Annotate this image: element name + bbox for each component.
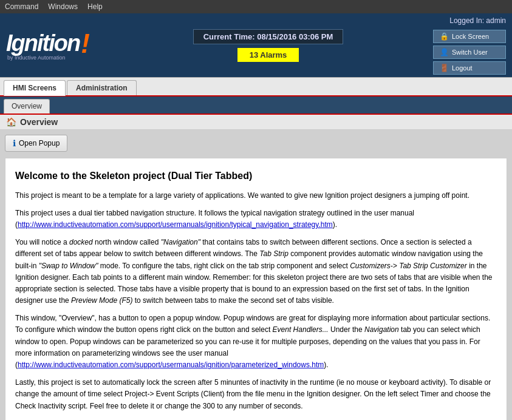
alarms-button[interactable]: 13 Alarms xyxy=(237,48,299,62)
switch-user-button[interactable]: 👤 Switch User xyxy=(433,46,506,59)
home-icon: 🏠 xyxy=(6,117,16,127)
content-panel: Welcome to the Skeleton project (Dual Ti… xyxy=(5,158,507,420)
logo-area: Ignition ! by Inductive Automation xyxy=(6,30,128,61)
logo-subtitle: by Inductive Automation xyxy=(6,55,66,61)
logout-icon: 🚪 xyxy=(440,64,449,72)
app-wrapper: Command Windows Help Ignition ! by Induc… xyxy=(0,0,512,420)
content-p2-link[interactable]: http://www.inductiveautomation.com/suppo… xyxy=(18,220,333,229)
content-p2-suffix: ). xyxy=(333,220,337,229)
main-content: ℹ Open Popup Welcome to the Skeleton pro… xyxy=(0,130,512,420)
secondary-tab-bar: Overview xyxy=(0,97,512,115)
switch-user-label: Switch User xyxy=(452,49,488,56)
content-p1: This project is meant to be a template f… xyxy=(15,190,497,202)
info-icon: ℹ xyxy=(13,138,16,148)
menu-command[interactable]: Command xyxy=(5,2,38,11)
content-title: Welcome to the Skeleton project (Dual Ti… xyxy=(15,168,497,184)
content-p2: This project uses a dual tier tabbed nav… xyxy=(15,208,497,231)
current-time-display: Current Time: 08/15/2016 03:06 PM xyxy=(193,29,344,44)
logged-in-label: Logged In: admin xyxy=(449,16,506,25)
content-p4: This window, "Overview", has a button to… xyxy=(15,313,497,371)
tab-overview[interactable]: Overview xyxy=(4,99,50,113)
logout-label: Logout xyxy=(452,64,473,72)
content-p3: You will notice a docked north window ca… xyxy=(15,237,497,307)
header-right: Logged In: admin 🔒 Lock Screen 👤 Switch … xyxy=(409,16,506,75)
menu-bar: Command Windows Help xyxy=(0,0,512,13)
logo-name: Ignition xyxy=(6,30,80,56)
open-popup-label: Open Popup xyxy=(19,139,60,147)
content-p4-link[interactable]: http://www.inductiveautomation.com/suppo… xyxy=(18,361,324,369)
tab-administration[interactable]: Administration xyxy=(67,80,137,95)
content-p5: Lastly, this project is set to automatic… xyxy=(15,377,497,412)
menu-windows[interactable]: Windows xyxy=(48,2,78,11)
lock-screen-button[interactable]: 🔒 Lock Screen xyxy=(433,30,506,43)
header: Ignition ! by Inductive Automation Curre… xyxy=(0,13,512,77)
header-center: Current Time: 08/15/2016 03:06 PM 13 Ala… xyxy=(128,29,409,62)
lock-icon: 🔒 xyxy=(440,32,449,41)
lock-screen-label: Lock Screen xyxy=(452,33,489,40)
logo-text: Ignition ! xyxy=(6,30,90,57)
open-popup-button[interactable]: ℹ Open Popup xyxy=(5,135,67,152)
switch-user-icon: 👤 xyxy=(440,48,449,56)
primary-tab-bar: HMI Screens Administration xyxy=(0,77,512,97)
logo-exclaim-icon: ! xyxy=(81,30,90,57)
menu-help[interactable]: Help xyxy=(87,2,103,11)
breadcrumb-text: Overview xyxy=(20,117,58,127)
breadcrumb-bar: 🏠 Overview xyxy=(0,115,512,130)
tab-hmi-screens[interactable]: HMI Screens xyxy=(4,80,66,96)
logout-button[interactable]: 🚪 Logout xyxy=(433,61,506,75)
